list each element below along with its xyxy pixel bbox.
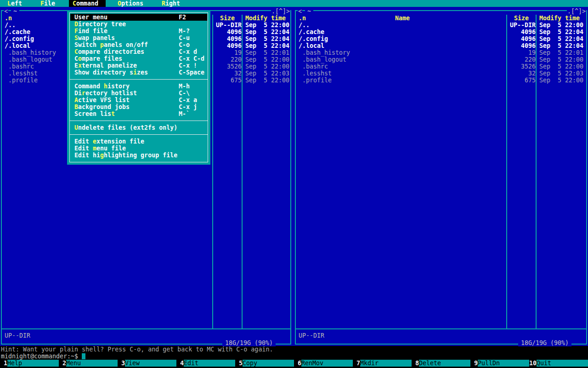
command-menu: User menuF2 Directory tree Find fileM-? … <box>67 10 210 165</box>
menubar: Left File Command Options Right <box>0 0 588 7</box>
file-row[interactable]: /.local4096Sep 5 22:04 <box>296 42 586 49</box>
disk-usage: 18G/19G (90%) <box>518 339 571 346</box>
menu-separator <box>69 134 208 135</box>
fkey-1-help[interactable]: 1Help <box>0 360 59 367</box>
shell-prompt: midnight@commander:~$ <box>1 353 78 360</box>
shell-prompt-line[interactable]: midnight@commander:~$ <box>0 353 588 360</box>
fkey-7-mkdir[interactable]: 7Mkdir <box>353 360 412 367</box>
menu-item-edit-extension-file[interactable]: Edit extension file <box>70 138 207 145</box>
menubar-item-options[interactable]: Options <box>114 0 147 7</box>
fkey-9-pulldn[interactable]: 9PullDn <box>470 360 529 367</box>
mc-screen: Left File Command Options Right < ~ .[^]… <box>0 0 588 368</box>
menu-item-undelete-files[interactable]: Undelete files (ext2fs only) <box>70 124 207 131</box>
menu-item-directory-tree[interactable]: Directory tree <box>70 21 207 28</box>
menubar-item-command[interactable]: Command <box>69 0 106 7</box>
ministatus-separator <box>296 328 586 329</box>
column-header-name[interactable]: Name <box>299 15 506 22</box>
menu-item-switch-panels[interactable]: Switch panels on/offC-o <box>70 41 207 48</box>
menu-item-edit-menu-file[interactable]: Edit menu file <box>70 145 207 152</box>
file-row[interactable]: /.config4096Sep 5 22:04 <box>296 35 586 42</box>
menu-item-directory-hotlist[interactable]: Directory hotlistC-\ <box>70 90 207 97</box>
column-header-mtime[interactable]: Modify time <box>243 15 288 22</box>
panel-path[interactable]: ~ <box>305 8 313 15</box>
ministatus-separator <box>2 328 290 329</box>
function-key-bar: 1Help 2Menu 3View 4Edit 5Copy 6RenMov 7M… <box>0 360 588 368</box>
panel-controls-icon[interactable]: .[^]> <box>567 8 586 15</box>
fkey-2-menu[interactable]: 2Menu <box>59 360 118 367</box>
menu-item-find-file[interactable]: Find fileM-? <box>70 28 207 34</box>
history-back-icon[interactable]: < <box>4 8 8 15</box>
panel-controls-icon[interactable]: .[^]> <box>271 8 290 15</box>
menu-item-compare-files[interactable]: Compare filesC-x C-d <box>70 55 207 62</box>
menu-item-compare-directories[interactable]: Compare directoriesC-x d <box>70 48 207 55</box>
column-header-size[interactable]: Size <box>213 15 242 22</box>
fkey-6-renmov[interactable]: 6RenMov <box>294 360 353 367</box>
file-row[interactable]: .bash_history19Sep 5 22:01 <box>296 49 586 56</box>
file-row[interactable]: .profile675Sep 5 22:00 <box>296 77 586 84</box>
menu-separator <box>69 79 208 80</box>
menu-item-show-directory-sizes[interactable]: Show directory sizesC-Space <box>70 69 207 76</box>
file-row[interactable]: .lesshst32Sep 5 22:03 <box>296 70 586 77</box>
fkey-4-edit[interactable]: 4Edit <box>176 360 235 367</box>
menu-item-active-vfs-list[interactable]: Active VFS listC-x a <box>70 97 207 104</box>
menu-item-command-history[interactable]: Command historyM-h <box>70 83 207 90</box>
fkey-3-view[interactable]: 3View <box>118 360 176 367</box>
column-header-mtime[interactable]: Modify time <box>537 15 582 22</box>
panel-path[interactable]: ~ <box>11 8 19 15</box>
menubar-item-file[interactable]: File <box>37 0 59 7</box>
file-row[interactable]: /.cache4096Sep 5 22:04 <box>296 29 586 35</box>
menu-item-background-jobs[interactable]: Background jobsC-x j <box>70 104 207 110</box>
mini-status: UP--DIR <box>299 332 324 339</box>
fkey-10-quit[interactable]: 10Quit <box>529 360 588 367</box>
menubar-item-left[interactable]: Left <box>4 0 26 7</box>
menu-separator <box>69 121 208 121</box>
file-row[interactable]: .bash_logout220Sep 5 22:00 <box>296 56 586 63</box>
column-header-size[interactable]: Size <box>507 15 536 22</box>
hint-line: Hint: Want your plain shell? Press C-o, … <box>0 346 588 353</box>
menu-item-swap-panels[interactable]: Swap panelsC-u <box>70 34 207 41</box>
menu-item-edit-highlighting-file[interactable]: Edit highlighting group file <box>70 152 207 159</box>
mini-status: UP--DIR <box>5 332 30 339</box>
disk-usage: 18G/19G (90%) <box>222 339 276 346</box>
menu-item-screen-list[interactable]: Screen listM-` <box>70 110 207 117</box>
file-row[interactable]: /..UP--DIRSep 5 22:00 <box>296 22 586 29</box>
fkey-5-copy[interactable]: 5Copy <box>235 360 294 367</box>
right-panel: < ~ .[^]> .n Name Size Modify time /..UP… <box>295 10 587 345</box>
history-back-icon[interactable]: < <box>298 8 302 15</box>
menu-item-external-panelize[interactable]: External panelizeC-x ! <box>70 62 207 69</box>
file-row[interactable]: .bashrc3526Sep 5 22:00 <box>296 63 586 70</box>
menubar-item-right[interactable]: Right <box>158 0 184 7</box>
fkey-8-delete[interactable]: 8Delete <box>412 360 470 367</box>
menu-item-user-menu[interactable]: User menuF2 <box>70 14 207 21</box>
terminal-cursor <box>82 353 85 359</box>
